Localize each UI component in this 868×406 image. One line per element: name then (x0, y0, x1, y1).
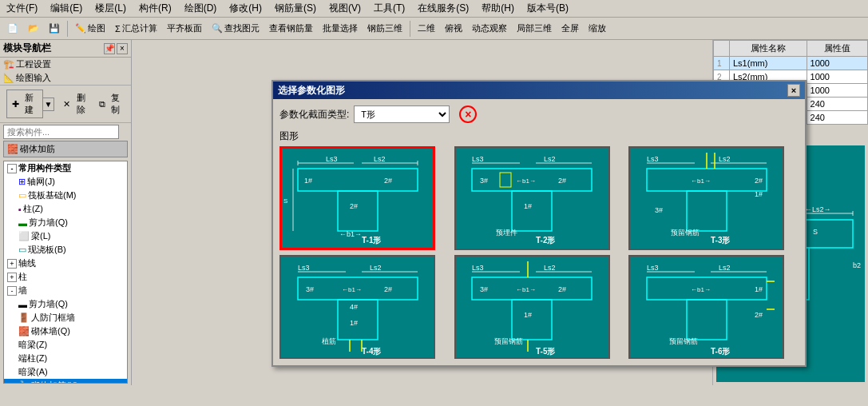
prop-val-4[interactable]: 240 (807, 98, 867, 111)
prop-row-1[interactable]: 1 Ls1(mm) 1000 (714, 57, 868, 70)
svg-text:T-4形: T-4形 (362, 347, 382, 356)
tree-beam[interactable]: ⬜ 梁(L) (4, 229, 127, 243)
expand-axis[interactable]: + (7, 259, 17, 269)
prop-col-name (714, 41, 730, 57)
shape-type-select[interactable]: T形 (354, 105, 450, 123)
svg-text:3#: 3# (306, 285, 314, 293)
new-icon: 📄 (7, 23, 18, 34)
tree-axis-folder[interactable]: + 轴线 (4, 257, 127, 270)
svg-rect-58 (512, 300, 552, 340)
svg-text:Ls2: Ls2 (719, 264, 731, 272)
prop-val-5[interactable]: 240 (807, 111, 867, 125)
menubar: 文件(F) 编辑(E) 楼层(L) 构件(R) 绘图(D) 修改(H) 钢筋量(… (0, 0, 868, 18)
svg-text:T-2形: T-2形 (536, 236, 556, 245)
save-button[interactable]: 💾 (45, 21, 64, 36)
tree-dark-beam[interactable]: 暗梁(A) (4, 365, 127, 379)
open-icon: 📂 (28, 23, 39, 34)
find-button[interactable]: 🔍 查找图元 (208, 20, 264, 37)
menu-help[interactable]: 帮助(H) (478, 1, 517, 16)
tree-end-column[interactable]: 端柱(Z) (4, 352, 127, 365)
panel-pin-button[interactable]: 📌 (104, 43, 115, 54)
component-tree[interactable]: - 常用构件类型 ⊞ 轴网(J) ▭ 筏板基础(M) ▪ 柱(Z) ▬ (3, 161, 128, 384)
svg-text:预留钢筋: 预留钢筋 (494, 337, 523, 345)
menu-version[interactable]: 版本号(B) (524, 1, 572, 16)
svg-text:4#: 4# (350, 303, 358, 311)
tree-col-folder[interactable]: + 柱 (4, 270, 127, 284)
menu-file[interactable]: 文件(F) (3, 1, 41, 16)
tree-shear-wall[interactable]: ▬ 剪力墙(Q) (4, 216, 127, 229)
shape-card-5[interactable]: Ls3 Ls2 3# ←b1→ 2# 1# 预留钢筋 (454, 255, 610, 359)
tree-masonry[interactable]: 🧱 砌体墙(Q) (4, 324, 127, 338)
top-view-button[interactable]: 俯视 (441, 20, 466, 37)
panel-title: 模块导航栏 (3, 42, 51, 55)
tree-masonry-rebar[interactable]: 🔧 砌体加筋(Y) (4, 379, 127, 384)
shape-card-6[interactable]: Ls3 Ls2 1# ←b1→ 2# 预留钢筋 T-6形 (628, 255, 784, 359)
shape-card-2[interactable]: Ls3 Ls2 3# ←b1→ 2# 1# 预埋件 T-2形 (454, 146, 610, 250)
panel-close-button[interactable]: × (117, 43, 128, 54)
menu-view[interactable]: 视图(V) (326, 1, 364, 16)
batch-select-button[interactable]: 批量选择 (319, 20, 362, 37)
calc-button[interactable]: Σ 汇总计算 (111, 20, 161, 37)
expand-common[interactable]: - (7, 164, 17, 173)
prop-val-1[interactable]: 1000 (807, 57, 867, 70)
menu-rebar[interactable]: 钢筋量(S) (271, 1, 319, 16)
rebar-3d-button[interactable]: 钢筋三维 (363, 20, 406, 37)
menu-component[interactable]: 构件(R) (136, 1, 175, 16)
menu-floor[interactable]: 楼层(L) (92, 1, 129, 16)
tree-wall-folder[interactable]: - 墙 (4, 284, 127, 297)
menu-tools[interactable]: 工具(T) (371, 1, 408, 16)
tree-defense-door[interactable]: 🚪 人防门框墙 (4, 311, 127, 324)
svg-rect-16 (512, 191, 552, 231)
dialog-body: 参数化截面类型: T形 × 图形 (273, 99, 805, 365)
tree-column[interactable]: ▪ 柱(Z) (4, 202, 127, 216)
view-rebar-button[interactable]: 查看钢筋量 (265, 20, 317, 37)
tree-common-types[interactable]: - 常用构件类型 (4, 161, 127, 175)
open-button[interactable]: 📂 (24, 21, 43, 36)
tree-hidden-beam[interactable]: 暗梁(Z) (4, 338, 127, 352)
new-component-button[interactable]: ✚ 新建 (6, 90, 43, 118)
menu-draw[interactable]: 绘图(D) (181, 1, 220, 16)
masonry-rebar-item[interactable]: 🧱 砌体加筋 (3, 141, 128, 157)
menu-edit[interactable]: 编辑(E) (47, 1, 85, 16)
dialog-titlebar: 选择参数化图形 × (273, 82, 805, 99)
delete-button[interactable]: ✕ 删除 (59, 90, 93, 118)
shape-card-1[interactable]: Ls3 Ls2 ←b1→ 1# 2# 2# S T-1 (279, 146, 435, 250)
panel-close-buttons: 📌 × (104, 43, 128, 54)
nav-engineering[interactable]: 🏗️ 工程设置 (0, 58, 131, 71)
shape-type-label: 参数化截面类型: (279, 108, 349, 121)
sep2 (410, 21, 410, 37)
prop-val-2[interactable]: 1000 (807, 70, 867, 84)
shape-card-4[interactable]: Ls3 Ls2 3# ←b1→ 2# 4# 1# 植筋 (279, 255, 435, 359)
dialog-close-button[interactable]: × (787, 84, 800, 97)
tree-raft[interactable]: ▭ 筏板基础(M) (4, 189, 127, 202)
main-layout: 模块导航栏 📌 × 🏗️ 工程设置 📐 绘图输入 ✚ 新建 (0, 40, 868, 385)
nav-drawing[interactable]: 📐 绘图输入 (0, 71, 131, 85)
dynamic-view-button[interactable]: 动态观察 (468, 20, 511, 37)
menu-modify[interactable]: 修改(H) (226, 1, 265, 16)
svg-text:2#: 2# (384, 177, 392, 185)
copy-button[interactable]: ⧉ 复制 (95, 90, 128, 118)
svg-text:3#: 3# (480, 285, 488, 293)
new-dropdown-button[interactable]: ▼ (43, 98, 55, 111)
menu-online[interactable]: 在线服务(S) (414, 1, 472, 16)
tree-wall-shear[interactable]: ▬ 剪力墙(Q) (4, 297, 127, 311)
tree-axis[interactable]: ⊞ 轴网(J) (4, 175, 127, 189)
local-3d-button[interactable]: 局部三维 (513, 20, 556, 37)
add-icon: ✚ (12, 99, 19, 109)
tree-slab[interactable]: ▭ 现浇板(B) (4, 243, 127, 257)
draw-button[interactable]: ✏️ 绘图 (71, 20, 109, 37)
2d-button[interactable]: 二维 (414, 20, 439, 37)
shape-svg-1: Ls3 Ls2 ←b1→ 1# 2# 2# S T-1 (282, 149, 433, 249)
fullscreen-button[interactable]: 全屏 (557, 20, 583, 37)
level-button[interactable]: 平齐板面 (163, 20, 206, 37)
prop-col-attr: 属性名称 (730, 41, 807, 57)
expand-col[interactable]: + (7, 273, 17, 282)
shape-card-3[interactable]: Ls3 Ls2 2# 1# 3# ←b1→ 预留钢筋 (628, 146, 784, 250)
expand-wall[interactable]: - (7, 286, 17, 296)
svg-text:T-1形: T-1形 (362, 236, 382, 245)
search-input[interactable] (3, 125, 119, 139)
svg-text:T-3形: T-3形 (711, 236, 731, 245)
zoom-button[interactable]: 缩放 (585, 20, 610, 37)
new-file-button[interactable]: 📄 (3, 21, 22, 36)
prop-val-3[interactable]: 1000 (807, 84, 867, 98)
